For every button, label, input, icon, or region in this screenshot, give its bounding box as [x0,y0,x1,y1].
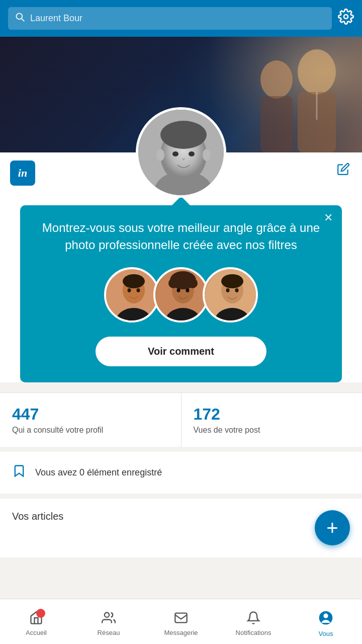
svg-point-39 [105,613,109,617]
svg-point-23 [128,288,131,292]
edit-profile-button[interactable] [337,163,350,179]
svg-point-29 [188,278,198,288]
svg-point-14 [160,121,207,149]
nav-icon-messagerie [174,611,188,627]
profile-card: in ✕ Montrez-vous sous votre meilleur an… [0,152,362,382]
nav-item-messagerie[interactable]: Messagerie [145,599,217,644]
svg-point-16 [189,151,195,156]
example-avatar-3 [203,267,258,323]
profile-views-count: 447 [12,405,169,424]
nav-label-accueil: Accueil [26,629,47,636]
articles-section: Vos articles + [0,499,362,557]
popup-avatars-row [36,267,326,323]
settings-icon[interactable] [338,9,354,28]
nav-item-vous[interactable]: Vous [290,599,362,644]
post-views-stat[interactable]: 172 Vues de votre post [182,393,363,447]
linkedin-badge: in [10,160,35,186]
svg-point-38 [235,288,239,292]
post-views-label: Vues de votre post [194,426,350,435]
svg-point-42 [323,613,328,618]
avatar-wrapper [136,107,226,198]
svg-rect-40 [175,613,187,623]
nav-label-messagerie: Messagerie [164,629,198,636]
profile-photo [138,110,224,195]
nav-label-reseau: Réseau [98,629,120,636]
svg-point-18 [203,149,211,161]
nav-icon-reseau [102,611,116,627]
stats-row: 447 Qui a consulté votre profil 172 Vues… [0,392,362,447]
post-views-count: 172 [194,405,350,424]
search-value: Laurent Bour [30,13,82,24]
svg-point-21 [123,274,145,288]
svg-point-17 [156,149,164,161]
svg-line-1 [22,19,24,21]
nav-label-notifications: Notifications [236,629,272,636]
search-box[interactable]: Laurent Bour [8,7,332,30]
nav-item-notifications[interactable]: Notifications [217,599,290,644]
svg-point-24 [137,288,140,292]
profile-views-label: Qui a consulté votre profil [12,426,169,435]
articles-title: Vos articles [12,511,350,522]
example-avatar-2 [153,267,209,323]
profile-views-stat[interactable]: 447 Qui a consulté votre profil [0,393,182,447]
nav-icon-accueil [29,611,43,627]
svg-rect-7 [260,96,293,152]
top-bar: Laurent Bour [0,0,362,37]
avatar[interactable] [136,107,226,198]
example-avatar-1 [104,267,159,323]
svg-point-0 [17,14,23,20]
nav-label-vous: Vous [319,630,333,637]
popup-title: Montrez-vous sous votre meilleur angle g… [36,219,326,253]
svg-point-31 [177,288,180,292]
nav-item-accueil[interactable]: Accueil [0,599,72,644]
svg-point-37 [226,288,230,292]
bookmark-icon [12,464,26,481]
search-icon [15,12,25,25]
nav-icon-vous [318,610,334,628]
saved-label: Vous avez 0 élément enregistré [35,467,162,478]
svg-point-2 [344,15,348,19]
saved-section[interactable]: Vous avez 0 élément enregistré [0,452,362,494]
svg-point-28 [168,278,178,288]
photo-filter-promo: ✕ Montrez-vous sous votre meilleur angle… [20,205,342,382]
svg-point-15 [172,151,178,156]
svg-point-6 [260,60,293,99]
nav-item-reseau[interactable]: Réseau [72,599,145,644]
popup-close-button[interactable]: ✕ [324,211,333,224]
svg-point-32 [186,288,190,292]
svg-point-4 [298,49,336,95]
svg-point-35 [221,274,243,288]
nav-icon-notifications [246,611,260,627]
fab-add-button[interactable]: + [315,510,350,545]
voir-comment-button[interactable]: Voir comment [96,337,266,366]
notification-badge [36,609,45,618]
portrait-svg [138,110,226,198]
bottom-nav: Accueil Réseau Messagerie [0,599,362,644]
